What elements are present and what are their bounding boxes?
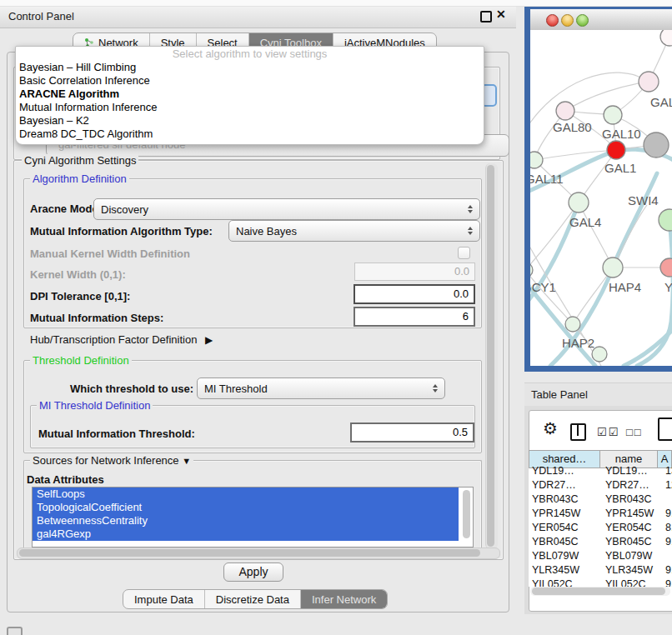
tab-impute-data[interactable]: Impute Data — [123, 590, 205, 608]
node-unlabeled-top[interactable] — [660, 30, 672, 46]
dpi-tolerance-field[interactable]: 0.0 — [354, 284, 475, 304]
cell: YIL052C — [602, 578, 662, 587]
cell: YDL19… — [602, 464, 662, 478]
aracne-mode-combo[interactable]: Discovery — [93, 198, 480, 220]
node-gcy1[interactable] — [530, 262, 533, 278]
menu-item-dream8[interactable]: Dream8 DC_TDC Algorithm — [16, 128, 484, 141]
mi-algorithm-type-value: Naive Bayes — [236, 225, 297, 238]
popup-placeholder: Select algorithm to view settings — [16, 47, 484, 61]
cell: YDR27… — [602, 478, 662, 492]
table-row[interactable]: YBR043C YBR043C — [529, 492, 672, 507]
list-item-betweennesscentrality[interactable]: BetweennessCentrality — [33, 514, 459, 528]
node-swi4[interactable] — [659, 209, 672, 231]
sources-group-title[interactable]: Sources for Network Inference ▼ — [30, 454, 193, 467]
menu-item-bayesian-hill-climbing[interactable]: Bayesian – Hill Climbing — [16, 61, 484, 74]
table-row[interactable]: YDL19… YDL19… 13 — [529, 464, 672, 478]
hub-definition-label: Hub/Transcription Factor Definition — [30, 333, 197, 346]
apply-button[interactable]: Apply — [223, 562, 283, 582]
network-window-titlebar[interactable] — [530, 9, 672, 31]
minimized-panel-icon[interactable] — [7, 627, 23, 635]
manual-kernel-width-checkbox[interactable] — [458, 247, 470, 259]
stepper-icon — [433, 384, 438, 392]
list-item-selfloops[interactable]: SelfLoops — [33, 488, 459, 501]
network-graph: GAL GAL80 GAL10 GAL1 GAL11 SWI4 GAL4 GCY… — [530, 30, 672, 366]
table-row[interactable]: YBR045C YBR045C 9. — [529, 535, 672, 549]
node-gal-partial[interactable] — [639, 72, 659, 92]
node-gal4[interactable] — [569, 192, 589, 212]
cell — [662, 492, 672, 507]
cell: YPR145W — [602, 507, 662, 521]
node-salmon[interactable] — [660, 258, 672, 277]
node-gal10[interactable] — [604, 106, 622, 124]
table-row[interactable]: YBL079W YBL079W — [529, 549, 672, 563]
label-gal80: GAL80 — [553, 120, 592, 134]
table-row[interactable]: YIL052C YIL052C 9. — [529, 578, 672, 587]
table-row[interactable]: YLR345W YLR345W 9. — [529, 563, 672, 578]
network-canvas[interactable]: GAL GAL80 GAL10 GAL1 GAL11 SWI4 GAL4 GCY… — [530, 30, 672, 366]
settings-hscroll-thumb[interactable] — [19, 549, 480, 557]
aracne-mode-label: Aracne Mode: — [30, 202, 102, 215]
new-table-icon[interactable] — [658, 418, 672, 441]
kernel-width-field[interactable]: 0.0 — [354, 262, 475, 281]
tab-impute-data-label: Impute Data — [134, 593, 193, 606]
node-table: shared… name A YDL19… YDL19… 13 YDR27… Y… — [529, 450, 672, 587]
which-threshold-value: MI Threshold — [204, 382, 268, 395]
table-row[interactable]: YPR145W YPR145W 9. — [529, 507, 672, 521]
hub-definition-toggle[interactable]: Hub/Transcription Factor Definition ▶ — [30, 333, 213, 346]
which-threshold-label: Which threshold to use: — [70, 382, 193, 395]
node-gal1[interactable] — [607, 141, 625, 159]
minimize-traffic-light[interactable] — [561, 14, 574, 27]
settings-vscroll-thumb[interactable] — [487, 165, 494, 547]
mi-steps-field[interactable]: 6 — [354, 307, 475, 327]
mi-algorithm-type-combo[interactable]: Naive Bayes — [228, 220, 480, 242]
menu-item-bayesian-k2[interactable]: Bayesian – K2 — [16, 114, 484, 128]
list-item-topologicalcoefficient[interactable]: TopologicalCoefficient — [33, 501, 459, 514]
data-attributes-label: Data Attributes — [27, 473, 104, 486]
cell: 9. — [662, 507, 672, 521]
sources-title-label: Sources for Network Inference — [33, 454, 179, 467]
cell: YER054C — [602, 521, 662, 535]
deselect-all-checks-icon[interactable]: □□ — [626, 426, 643, 438]
mi-threshold-label: Mutual Information Threshold: — [38, 428, 195, 440]
algorithm-definition-title: Algorithm Definition — [30, 172, 129, 185]
table-hscroll-thumb[interactable] — [532, 588, 665, 595]
node-gal11[interactable] — [530, 152, 543, 168]
label-gal11: GAL11 — [530, 172, 564, 186]
close-traffic-light[interactable] — [546, 14, 559, 27]
node-hap2[interactable] — [565, 317, 580, 332]
which-threshold-combo[interactable]: MI Threshold — [197, 378, 445, 399]
list-item-gal4rgexp[interactable]: gal4RGexp — [33, 528, 459, 541]
cell: YBR043C — [602, 492, 662, 507]
table-row[interactable]: YER054C YER054C 8. — [529, 521, 672, 535]
kernel-width-label: Kernel Width (0,1): — [30, 268, 126, 281]
menu-item-aracne[interactable]: ARACNE Algorithm — [16, 88, 484, 101]
zoom-traffic-light[interactable] — [576, 14, 589, 27]
close-icon[interactable]: ✕ — [496, 8, 506, 21]
cell: YIL052C — [529, 578, 602, 587]
node-gal80[interactable] — [556, 102, 574, 120]
menu-item-basic-correlation[interactable]: Basic Correlation Inference — [16, 74, 484, 88]
column-layout-icon[interactable] — [570, 423, 586, 441]
cell: YBR045C — [529, 535, 602, 549]
cell: YBR043C — [529, 492, 602, 507]
mi-threshold-field[interactable]: 0.5 — [350, 422, 474, 442]
top-strip — [0, 0, 672, 7]
desktop: { "colors": { "accent_selection_blue": "… — [0, 0, 672, 635]
menu-item-mutual-information[interactable]: Mutual Information Inference — [16, 101, 484, 114]
list-vscroll-thumb[interactable] — [463, 490, 470, 538]
float-window-icon[interactable] — [480, 11, 492, 22]
tab-discretize-data[interactable]: Discretize Data — [205, 590, 301, 608]
cell: YLR345W — [602, 563, 662, 578]
cell: YDL19… — [529, 464, 602, 478]
gear-icon[interactable]: ⚙ — [543, 420, 558, 437]
label-y-partial: Y — [664, 280, 672, 294]
cell: 9. — [662, 578, 672, 587]
select-all-checks-icon[interactable]: ☑☑ — [597, 426, 619, 438]
manual-kernel-width-label: Manual Kernel Width Definition — [30, 248, 190, 260]
tab-infer-network[interactable]: Infer Network — [301, 590, 387, 608]
table-row[interactable]: YDR27… YDR27… 12 — [529, 478, 672, 492]
node-hap4[interactable] — [603, 258, 623, 278]
label-gal1: GAL1 — [604, 161, 636, 175]
node-gray[interactable] — [644, 132, 669, 158]
cell — [662, 549, 672, 563]
